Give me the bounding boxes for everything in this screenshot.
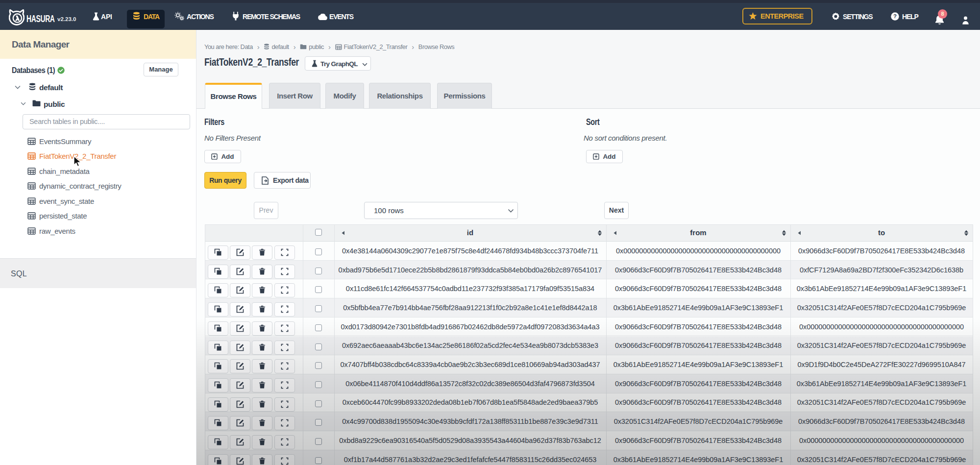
svg-text:?: ?: [893, 13, 897, 19]
